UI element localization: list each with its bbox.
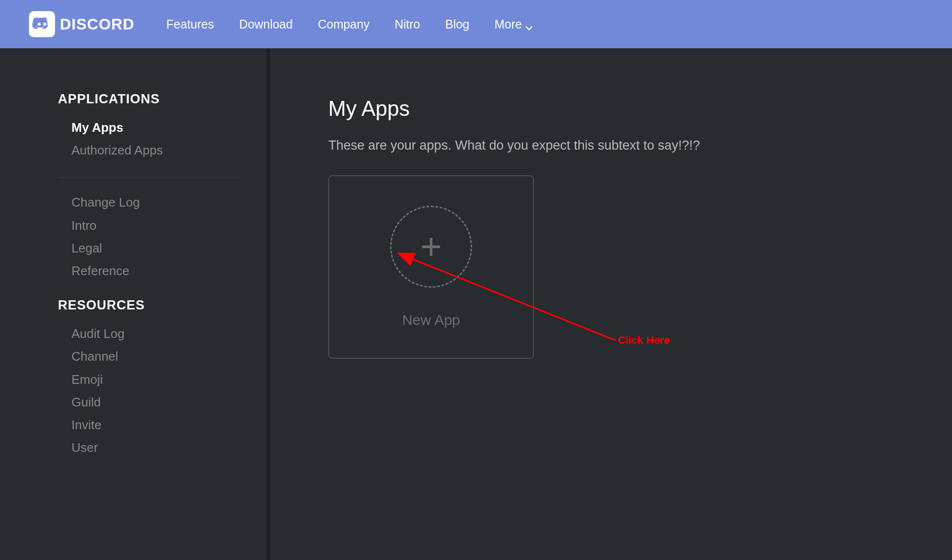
sidebar-group-docs: Change Log Intro Legal Reference <box>58 195 241 279</box>
sidebar-item-label: Authorized Apps <box>71 143 163 157</box>
sidebar: APPLICATIONS My Apps Authorized Apps Cha… <box>0 48 270 560</box>
nav-features[interactable]: Features <box>161 14 220 35</box>
new-app-label: New App <box>402 312 460 328</box>
sidebar-item-reference[interactable]: Reference <box>71 264 241 279</box>
sidebar-item-authorized-apps[interactable]: Authorized Apps <box>71 143 241 158</box>
nav-item-label: Blog <box>445 17 469 31</box>
sidebar-item-label: Intro <box>71 218 97 233</box>
nav-company[interactable]: Company <box>312 14 375 35</box>
sidebar-divider <box>58 177 241 178</box>
sidebar-item-label: Guild <box>71 395 101 409</box>
sidebar-item-label: User <box>71 440 98 455</box>
nav-blog[interactable]: Blog <box>439 14 475 35</box>
top-nav: DISCORD Features Download Company Nitro … <box>0 0 952 48</box>
sidebar-group-applications: APPLICATIONS My Apps Authorized Apps <box>58 92 241 158</box>
sidebar-item-legal[interactable]: Legal <box>71 241 241 256</box>
annotation-label: Click Here <box>618 334 670 347</box>
sidebar-item-label: Legal <box>71 241 102 255</box>
new-app-card[interactable]: + New App <box>328 175 534 359</box>
page-subtext: These are your apps. What do you expect … <box>328 138 904 153</box>
nav-nitro[interactable]: Nitro <box>389 14 426 35</box>
sidebar-heading-resources: RESOURCES <box>58 298 241 313</box>
brand[interactable]: DISCORD <box>29 11 135 37</box>
sidebar-item-channel[interactable]: Channel <box>71 349 241 364</box>
nav-item-label: Download <box>239 17 293 31</box>
nav-item-label: More <box>494 17 522 31</box>
nav-more[interactable]: More <box>489 14 538 35</box>
sidebar-item-audit-log[interactable]: Audit Log <box>71 326 241 341</box>
sidebar-item-label: Invite <box>71 418 101 432</box>
sidebar-item-label: Emoji <box>71 372 103 387</box>
sidebar-heading-applications: APPLICATIONS <box>58 92 241 107</box>
sidebar-item-label: My Apps <box>71 120 123 135</box>
plus-icon: + <box>420 228 442 265</box>
sidebar-item-user[interactable]: User <box>71 440 241 455</box>
sidebar-item-change-log[interactable]: Change Log <box>71 195 241 210</box>
sidebar-group-resources: RESOURCES Audit Log Channel Emoji Guild … <box>58 298 241 455</box>
sidebar-item-label: Reference <box>71 264 129 278</box>
nav-item-label: Nitro <box>394 17 420 31</box>
new-app-dashed-circle: + <box>390 206 472 288</box>
sidebar-item-my-apps[interactable]: My Apps <box>71 120 241 135</box>
sidebar-item-invite[interactable]: Invite <box>71 418 241 433</box>
sidebar-item-label: Channel <box>71 349 118 364</box>
nav-download[interactable]: Download <box>233 14 298 35</box>
main-content: My Apps These are your apps. What do you… <box>270 48 952 560</box>
brand-wordmark: DISCORD <box>60 15 135 33</box>
sidebar-item-label: Audit Log <box>71 326 125 341</box>
sidebar-item-label: Change Log <box>71 195 140 210</box>
nav-item-label: Company <box>318 17 369 31</box>
sidebar-item-guild[interactable]: Guild <box>71 395 241 410</box>
sidebar-item-intro[interactable]: Intro <box>71 218 241 233</box>
nav-item-label: Features <box>167 17 214 31</box>
sidebar-item-emoji[interactable]: Emoji <box>71 372 241 387</box>
page-title: My Apps <box>328 97 904 121</box>
body: APPLICATIONS My Apps Authorized Apps Cha… <box>0 48 952 560</box>
discord-logo-icon <box>29 11 55 37</box>
chevron-down-icon <box>526 21 532 28</box>
